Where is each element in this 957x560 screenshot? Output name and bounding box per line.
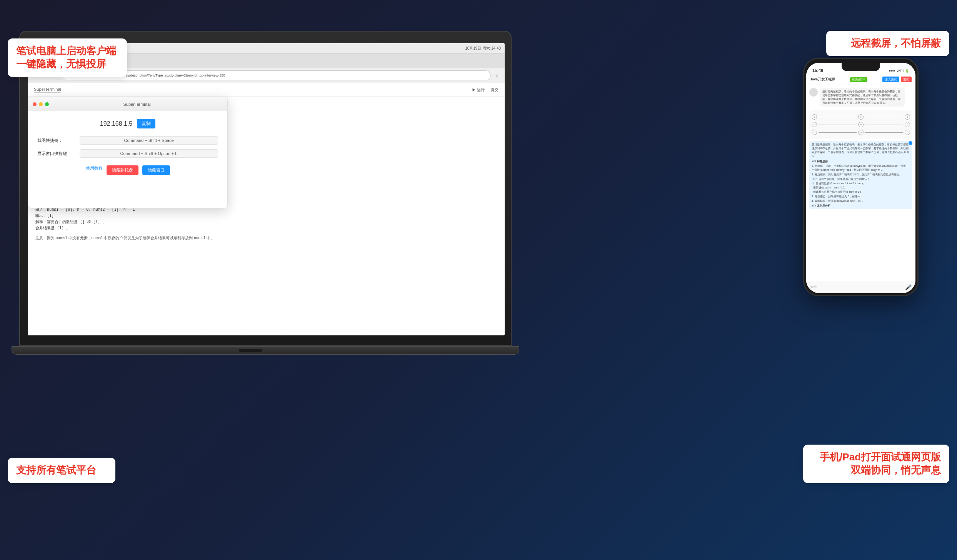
exit-btn[interactable]: 退出 xyxy=(901,77,912,82)
step3d-text: - 创建新节点并存储当前位的值 sum % 10 xyxy=(812,190,910,194)
annotation-top-left: 笔试电脑上启动客户端 一键隐藏，无惧投屏 xyxy=(8,38,127,77)
maximize-dot[interactable] xyxy=(45,102,49,106)
laptop: 🍎 微信 文件 编辑 显示 窗口 帮助 10月19日 周六 14:40 xyxy=(19,31,512,377)
menu-right-icons: 10月19日 周六 14:40 xyxy=(465,46,501,51)
connector-5 xyxy=(819,132,857,133)
ai-indicator xyxy=(909,141,912,145)
shortcut2-row: 显示窗口快捷键： Command + Shift + Option + L xyxy=(37,149,218,158)
node-4: ○ xyxy=(812,122,817,127)
phone-input-bar[interactable]: 大小 🎤 xyxy=(806,281,915,293)
popup-header: SuperTerminal xyxy=(28,97,227,111)
hide-tray-button[interactable]: 隐藏到托盘 xyxy=(107,165,138,175)
annotation-bottom-right: 手机/Pad打开面试通网页版 双端协同，悄无声息 xyxy=(803,445,949,483)
node-3: ○ xyxy=(905,114,910,120)
example3-explain1: 解释：需要合并的数组是 [] 和 [1] 。 xyxy=(35,219,497,225)
laptop-body: 🍎 微信 文件 编辑 显示 窗口 帮助 10月19日 周六 14:40 xyxy=(19,31,512,346)
scene: 🍎 微信 文件 编辑 显示 窗口 帮助 10月19日 周六 14:40 xyxy=(0,0,957,560)
toolbar-run-btn[interactable]: ▶ 运行 xyxy=(472,87,485,93)
tutorial-link[interactable]: 使用教程 xyxy=(86,165,103,175)
connector-3 xyxy=(819,125,857,125)
node-5: ○ xyxy=(858,122,864,127)
phone-device: 15:46 ●●● WiFi 🔋 Java开发工程师 在线解答中 进入面试 退出 xyxy=(803,58,919,296)
step3b-text: - 计算当前位的和 sum = val1 + val2 + carry。 xyxy=(812,182,910,185)
step1-text: 1. 初始化：创建一个虚拟头节点 dummyHead，用于简化链表结构的构建，设… xyxy=(812,164,910,172)
diagram-area: ○ ○ ○ ○ ○ ○ ○ xyxy=(809,110,912,139)
heading2-label: ### 复杂度分析 xyxy=(812,204,910,208)
phone-status-icons: ●●● WiFi 🔋 xyxy=(889,69,909,73)
popup-actions: 使用教程 隐藏到托盘 隐藏窗口 xyxy=(37,165,218,175)
phone-screen: 15:46 ●●● WiFi 🔋 Java开发工程师 在线解答中 进入面试 退出 xyxy=(806,63,915,293)
phone-app-header: Java开发工程师 在线解答中 进入面试 退出 xyxy=(806,74,915,85)
example3-output: 输出：[1] xyxy=(35,213,497,219)
toolbar-icons: ▶ 运行 提交 xyxy=(472,87,499,93)
step5-text: 4. 返回结果：返回 dummyHead.next，即... xyxy=(812,199,910,203)
avatar-circle xyxy=(809,88,818,97)
editor-tab-label[interactable]: SuperTerminal xyxy=(34,87,61,93)
phone-chat-content: 题目是两题相加，给出两个空的链表，表示两个任意色的整数，它们每位数字都是逆序列式… xyxy=(806,85,915,281)
ip-row: 192.168.1.5 复制 xyxy=(37,119,218,128)
shortcut1-label: 截图快捷键： xyxy=(37,138,80,143)
annotation-bottom-right-line1: 手机/Pad打开面试通网页版 xyxy=(812,451,941,464)
diagram-row-3: ○ ○ ○ xyxy=(812,130,910,135)
step4-text: 3. 处理进位：如果最终进位为 0，创建一... xyxy=(812,195,910,198)
heading-label: ### 解题思路 xyxy=(812,160,910,163)
connector-2 xyxy=(865,117,903,117)
input-placeholder: 大小 xyxy=(810,285,817,290)
node-7: ○ xyxy=(812,130,817,135)
shortcut1-row: 截图快捷键： Command + Shift + Space xyxy=(37,136,218,145)
avatar-row: 题目是两题相加，给出两个空的链表，表示两个任意色的整数，它们每位数字都是逆序列式… xyxy=(809,88,912,108)
signal-icon: ●●● xyxy=(889,69,895,73)
node-6: ○ xyxy=(905,122,910,127)
node-9: ○ xyxy=(905,130,910,135)
wifi-icon: WiFi xyxy=(897,69,904,73)
connector-4 xyxy=(865,125,903,125)
minimize-dot[interactable] xyxy=(39,102,43,106)
annotation-bottom-left-text: 支持所有笔试平台 xyxy=(16,464,107,477)
bookmark-button[interactable]: ☆ xyxy=(493,72,501,79)
popup-body: 192.168.1.5 复制 截图快捷键： Command + Shift + … xyxy=(28,111,227,183)
laptop-notch xyxy=(239,349,262,352)
example3-explain2: 合并结果是 [1] 。 xyxy=(35,225,497,231)
node-8: ○ xyxy=(858,130,864,135)
chat-bubble-1: 题目是两题相加，给出两个空的链表，表示两个任意色的整数，它们每位数字都是逆序列式… xyxy=(820,88,905,107)
menu-time: 10月19日 周六 14:40 xyxy=(465,46,501,51)
phone-notch xyxy=(842,63,880,71)
toolbar-submit-btn[interactable]: 提交 xyxy=(491,87,499,93)
ai-answer-container: 题目是两题相加，给出两个空的链表，表示两个任意色的整数，它们每位数字都是逆序列式… xyxy=(809,141,912,209)
hide-window-button[interactable]: 隐藏窗口 xyxy=(142,165,170,175)
super-terminal-popup: SuperTerminal 192.168.1.5 复制 截图快捷键： Comm… xyxy=(28,97,228,208)
shortcut1-key: Command + Shift + Space xyxy=(80,136,218,145)
node-1: ○ xyxy=(812,114,817,120)
voice-icon[interactable]: 🎤 xyxy=(905,284,912,290)
phone-app-title: Java开发工程师 xyxy=(810,77,835,82)
battery-icon: 🔋 xyxy=(905,69,909,73)
diagram-row-1: ○ ○ ○ xyxy=(812,114,910,120)
laptop-screen: 🍎 微信 文件 编辑 显示 窗口 帮助 10月19日 周六 14:40 xyxy=(28,43,505,335)
shortcut2-key: Command + Shift + Option + L xyxy=(80,149,218,158)
close-dot[interactable] xyxy=(33,102,37,106)
connector-6 xyxy=(865,132,903,133)
enter-interview-btn[interactable]: 进入面试 xyxy=(882,77,899,82)
step2-text: 2. 遍历链表：同时遍历两个链表 l1 和 l2，直到两个链表都为空且没有进位。 xyxy=(812,173,910,177)
editor-toolbar: SuperTerminal ▶ 运行 提交 xyxy=(28,83,505,97)
annotation-top-right: 远程截屏，不怕屏蔽 xyxy=(826,31,949,56)
phone-time: 15:46 xyxy=(812,68,823,73)
copy-button[interactable]: 复制 xyxy=(137,119,155,128)
phone-app-status: 在线解答中 xyxy=(850,77,867,82)
connector-1 xyxy=(819,117,857,117)
problem-note: 注意，因为 nums1 中没有元素，nums1 中仅存的 0 仅仅是为了确保合并… xyxy=(35,235,497,241)
step3c-text: - 更新进位 carry = sum / 10。 xyxy=(812,186,910,190)
popup-title: SuperTerminal xyxy=(51,102,223,107)
annotation-bottom-right-line2: 双端协同，悄无声息 xyxy=(812,464,941,477)
annotation-bottom-left: 支持所有笔试平台 xyxy=(8,458,115,483)
online-badge: 在线解答中 xyxy=(850,77,867,82)
shortcut2-label: 显示窗口快捷键： xyxy=(37,151,80,157)
laptop-base xyxy=(12,346,519,355)
ip-address: 192.168.1.5 xyxy=(100,120,133,127)
phone-header-btns: 进入面试 退出 xyxy=(882,77,912,82)
annotation-top-right-text: 远程截屏，不怕屏蔽 xyxy=(835,37,941,50)
problem-desc-phone: 题目是两题相加，给出两个空的链表，表示两个任意色的整数，它们每位数字都是逆序列式… xyxy=(812,143,910,158)
ai-chat-bubble: 题目是两题相加，给出两个空的链表，表示两个任意色的整数，它们每位数字都是逆序列式… xyxy=(809,141,912,209)
step3a-text: - 取出当前节点的值，如果链表已遍历完则默认 0。 xyxy=(812,177,910,181)
annotation-top-left-line2: 一键隐藏，无惧投屏 xyxy=(16,58,118,71)
